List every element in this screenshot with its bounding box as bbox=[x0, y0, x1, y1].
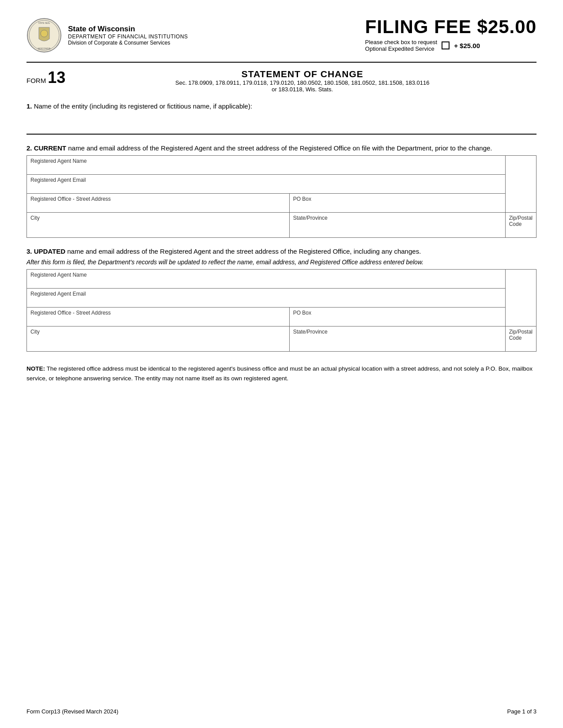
svg-point-2 bbox=[41, 30, 48, 37]
note-section: NOTE: The registered office address must… bbox=[26, 364, 537, 383]
state-seal-icon: WISCONSIN STATE SEAL bbox=[26, 18, 62, 53]
header: WISCONSIN STATE SEAL State of Wisconsin … bbox=[26, 18, 537, 53]
updated-agent-table: Registered Agent Name Registered Agent E… bbox=[26, 269, 537, 352]
filing-fee-sub: Please check box to request Optional Exp… bbox=[365, 39, 537, 52]
expedited-checkbox[interactable] bbox=[442, 41, 450, 49]
updated-agent-name-cell[interactable]: Registered Agent Name bbox=[27, 270, 506, 289]
section-2-label: 2. CURRENT name and email address of the… bbox=[26, 144, 537, 152]
expedited-check-label: Please check box to request Optional Exp… bbox=[365, 39, 437, 52]
footer-left: Form Corp13 (Revised March 2024) bbox=[26, 708, 118, 715]
section-1: 1. Name of the entity (including its reg… bbox=[26, 102, 537, 135]
updated-zip-cell[interactable]: Zip/Postal Code bbox=[505, 326, 536, 352]
filing-fee-title: FILING FEE $25.00 bbox=[365, 18, 537, 36]
footer: Form Corp13 (Revised March 2024) Page 1 … bbox=[26, 708, 537, 715]
statutes-line: Sec. 178.0909, 178.0911, 179.0118, 179.0… bbox=[68, 79, 537, 86]
current-office-address-cell[interactable]: Registered Office - Street Address bbox=[27, 194, 290, 213]
updated-city-cell[interactable]: City bbox=[27, 326, 290, 352]
form-title-row: FORM 13 STATEMENT OF CHANGE Sec. 178.090… bbox=[26, 69, 537, 93]
updated-state-cell[interactable]: State/Province bbox=[289, 326, 505, 352]
or-line: or 183.0118, Wis. Stats. bbox=[68, 86, 537, 93]
expedited-amount: + $25.00 bbox=[454, 42, 480, 49]
current-state-cell[interactable]: State/Province bbox=[289, 213, 505, 238]
footer-right: Page 1 of 3 bbox=[507, 708, 537, 715]
entity-name-input[interactable] bbox=[26, 113, 537, 135]
current-zip-cell[interactable]: Zip/Postal Code bbox=[505, 213, 536, 238]
agency-text: State of Wisconsin DEPARTMENT OF FINANCI… bbox=[68, 25, 188, 46]
current-agent-table: Registered Agent Name Registered Agent E… bbox=[26, 155, 537, 238]
current-agent-name-cell[interactable]: Registered Agent Name bbox=[27, 156, 506, 175]
updated-agent-email-cell[interactable]: Registered Agent Email bbox=[27, 289, 506, 308]
current-city-cell[interactable]: City bbox=[27, 213, 290, 238]
svg-text:WISCONSIN: WISCONSIN bbox=[38, 47, 51, 50]
form-title-content: STATEMENT OF CHANGE Sec. 178.0909, 178.0… bbox=[68, 69, 537, 93]
section-1-label: 1. Name of the entity (including its reg… bbox=[26, 102, 537, 110]
current-po-box-cell[interactable]: PO Box bbox=[289, 194, 505, 213]
section-3-note: After this form is filed, the Department… bbox=[26, 259, 537, 266]
form-label: FORM 13 bbox=[26, 70, 65, 86]
header-left: WISCONSIN STATE SEAL State of Wisconsin … bbox=[26, 18, 188, 53]
updated-office-address-cell[interactable]: Registered Office - Street Address bbox=[27, 308, 290, 326]
agency-dept: DEPARTMENT OF FINANCIAL INSTITUTIONS bbox=[68, 34, 188, 40]
agency-state: State of Wisconsin bbox=[68, 25, 188, 34]
statement-title: STATEMENT OF CHANGE bbox=[68, 69, 537, 79]
svg-text:STATE SEAL: STATE SEAL bbox=[38, 22, 50, 24]
updated-po-box-cell[interactable]: PO Box bbox=[289, 308, 505, 326]
form-number: 13 bbox=[48, 68, 65, 86]
page: WISCONSIN STATE SEAL State of Wisconsin … bbox=[0, 0, 563, 728]
section-3: 3. UPDATED name and email address of the… bbox=[26, 248, 537, 352]
agency-div: Division of Corporate & Consumer Service… bbox=[68, 40, 188, 46]
current-agent-email-cell[interactable]: Registered Agent Email bbox=[27, 175, 506, 194]
header-right: FILING FEE $25.00 Please check box to re… bbox=[365, 18, 537, 52]
section-2: 2. CURRENT name and email address of the… bbox=[26, 144, 537, 238]
header-divider bbox=[26, 62, 537, 63]
section-3-label: 3. UPDATED name and email address of the… bbox=[26, 248, 537, 255]
